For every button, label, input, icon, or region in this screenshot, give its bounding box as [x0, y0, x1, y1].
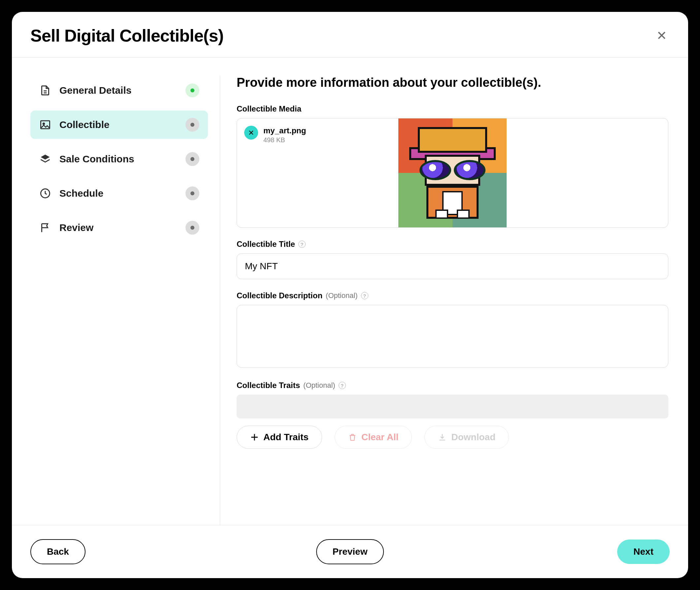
- sidebar-step-label: General Details: [60, 85, 186, 96]
- help-icon[interactable]: ?: [361, 292, 368, 299]
- sell-collectible-dialog: Sell Digital Collectible(s) ✕ General De…: [12, 12, 688, 578]
- document-icon: [39, 84, 52, 97]
- dialog-title: Sell Digital Collectible(s): [30, 26, 223, 45]
- content-heading: Provide more information about your coll…: [237, 76, 668, 90]
- step-status-pending: [186, 152, 199, 166]
- traits-actions: Add Traits Clear All Download: [237, 426, 668, 449]
- collectible-description-field: Collectible Description (Optional) ?: [237, 291, 668, 369]
- layers-icon: [39, 153, 52, 165]
- sidebar-step-general-details[interactable]: General Details: [30, 76, 208, 105]
- dialog-body: General Details Collectible Sale Conditi…: [12, 58, 688, 525]
- status-dot: [190, 157, 194, 161]
- clear-all-label: Clear All: [362, 432, 399, 442]
- remove-file-button[interactable]: [244, 126, 258, 139]
- description-field-label: Collectible Description: [237, 291, 322, 300]
- step-status-current: [186, 118, 199, 132]
- optional-label: (Optional): [303, 381, 335, 390]
- form-content: Provide more information about your coll…: [220, 58, 688, 525]
- file-size: 498 KB: [263, 136, 306, 144]
- close-button[interactable]: ✕: [654, 27, 670, 44]
- help-icon[interactable]: ?: [298, 240, 306, 248]
- dialog-header: Sell Digital Collectible(s) ✕: [12, 12, 688, 58]
- download-icon: [438, 433, 446, 441]
- sidebar-step-label: Schedule: [60, 188, 186, 199]
- sidebar-step-schedule[interactable]: Schedule: [30, 179, 208, 208]
- step-status-pending: [186, 186, 199, 200]
- clock-icon: [39, 187, 52, 200]
- close-icon: ✕: [657, 29, 667, 42]
- media-file-meta: my_art.png 498 KB: [237, 118, 313, 227]
- preview-button[interactable]: Preview: [316, 539, 384, 564]
- file-name: my_art.png: [263, 126, 306, 135]
- sidebar-step-label: Collectible: [60, 119, 186, 130]
- media-preview: [398, 118, 507, 227]
- title-field-label: Collectible Title: [237, 239, 295, 249]
- status-dot: [190, 88, 194, 92]
- media-field-label: Collectible Media: [237, 104, 301, 113]
- sidebar-step-label: Review: [60, 222, 186, 233]
- status-dot: [190, 191, 194, 195]
- sidebar-step-sale-conditions[interactable]: Sale Conditions: [30, 145, 208, 173]
- collectible-title-input[interactable]: [237, 254, 668, 279]
- collectible-title-field: Collectible Title ?: [237, 239, 668, 279]
- pixel-art-character: [409, 127, 496, 218]
- step-status-pending: [186, 221, 199, 234]
- dialog-footer: Back Preview Next: [12, 525, 688, 578]
- traits-field-label: Collectible Traits: [237, 381, 300, 390]
- optional-label: (Optional): [326, 291, 358, 300]
- add-traits-label: Add Traits: [263, 432, 309, 442]
- download-label: Download: [451, 432, 495, 442]
- collectible-description-input[interactable]: [237, 305, 668, 368]
- trash-icon: [348, 433, 357, 441]
- back-button[interactable]: Back: [30, 539, 86, 564]
- svg-point-1: [43, 123, 44, 125]
- step-sidebar: General Details Collectible Sale Conditi…: [12, 58, 220, 525]
- file-text-block: my_art.png 498 KB: [263, 126, 306, 144]
- traits-container: [237, 395, 668, 418]
- next-button[interactable]: Next: [617, 539, 670, 564]
- download-button[interactable]: Download: [424, 426, 509, 449]
- status-dot: [190, 123, 194, 127]
- collectible-traits-field: Collectible Traits (Optional) ? Add Trai…: [237, 381, 668, 449]
- step-status-done: [186, 84, 199, 97]
- status-dot: [190, 226, 194, 230]
- close-icon: [248, 129, 255, 136]
- media-upload-box[interactable]: my_art.png 498 KB: [237, 118, 668, 228]
- sidebar-step-review[interactable]: Review: [30, 213, 208, 242]
- plus-icon: [250, 433, 259, 441]
- flag-icon: [39, 221, 52, 234]
- sidebar-step-label: Sale Conditions: [60, 154, 186, 165]
- clear-all-button[interactable]: Clear All: [335, 426, 412, 449]
- add-traits-button[interactable]: Add Traits: [237, 426, 322, 449]
- help-icon[interactable]: ?: [338, 382, 346, 389]
- image-icon: [39, 118, 52, 131]
- collectible-media-field: Collectible Media my_art.png 498 KB: [237, 104, 668, 228]
- sidebar-step-collectible[interactable]: Collectible: [30, 111, 208, 139]
